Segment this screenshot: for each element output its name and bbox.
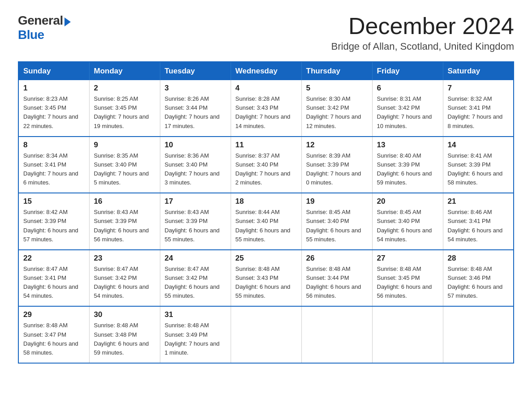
day-info: Sunrise: 8:48 AM Sunset: 3:45 PM Dayligh… <box>377 265 438 301</box>
logo-blue-text: Blue <box>18 28 44 42</box>
day-cell: 26 Sunrise: 8:48 AM Sunset: 3:44 PM Dayl… <box>301 250 372 307</box>
day-number: 23 <box>94 254 155 263</box>
day-info: Sunrise: 8:48 AM Sunset: 3:48 PM Dayligh… <box>94 321 155 357</box>
header-cell-tuesday: Tuesday <box>160 62 231 80</box>
day-number: 3 <box>165 84 226 93</box>
day-number: 6 <box>377 84 438 93</box>
day-cell: 15 Sunrise: 8:42 AM Sunset: 3:39 PM Dayl… <box>18 193 89 250</box>
day-cell: 5 Sunrise: 8:30 AM Sunset: 3:42 PM Dayli… <box>301 80 372 137</box>
header-cell-friday: Friday <box>372 62 443 80</box>
day-number: 30 <box>94 310 155 319</box>
day-info: Sunrise: 8:43 AM Sunset: 3:39 PM Dayligh… <box>94 208 155 244</box>
day-number: 18 <box>236 197 297 206</box>
day-cell: 16 Sunrise: 8:43 AM Sunset: 3:39 PM Dayl… <box>89 193 160 250</box>
day-info: Sunrise: 8:30 AM Sunset: 3:42 PM Dayligh… <box>306 94 368 131</box>
day-info: Sunrise: 8:46 AM Sunset: 3:41 PM Dayligh… <box>448 208 509 244</box>
day-cell: 28 Sunrise: 8:48 AM Sunset: 3:46 PM Dayl… <box>443 250 514 307</box>
header-cell-saturday: Saturday <box>443 62 514 80</box>
day-info: Sunrise: 8:23 AM Sunset: 3:45 PM Dayligh… <box>23 94 85 131</box>
day-number: 27 <box>377 254 438 263</box>
day-number: 31 <box>165 310 226 319</box>
page-title: December 2024 <box>331 13 514 39</box>
day-info: Sunrise: 8:36 AM Sunset: 3:40 PM Dayligh… <box>165 151 226 188</box>
day-cell: 4 Sunrise: 8:28 AM Sunset: 3:43 PM Dayli… <box>231 80 301 137</box>
day-info: Sunrise: 8:39 AM Sunset: 3:39 PM Dayligh… <box>306 151 368 188</box>
week-row-2: 8 Sunrise: 8:34 AM Sunset: 3:41 PM Dayli… <box>18 137 514 193</box>
day-number: 9 <box>94 141 155 150</box>
day-cell: 18 Sunrise: 8:44 AM Sunset: 3:40 PM Dayl… <box>231 193 301 250</box>
day-number: 4 <box>236 84 297 93</box>
day-cell: 2 Sunrise: 8:25 AM Sunset: 3:45 PM Dayli… <box>89 80 160 137</box>
logo-bottom-line: Blue <box>18 28 44 42</box>
day-number: 12 <box>306 141 368 150</box>
day-number: 29 <box>23 310 85 319</box>
day-info: Sunrise: 8:47 AM Sunset: 3:42 PM Dayligh… <box>165 265 226 301</box>
day-info: Sunrise: 8:34 AM Sunset: 3:41 PM Dayligh… <box>23 151 85 188</box>
day-number: 8 <box>23 141 85 150</box>
week-row-3: 15 Sunrise: 8:42 AM Sunset: 3:39 PM Dayl… <box>18 193 514 250</box>
day-info: Sunrise: 8:37 AM Sunset: 3:40 PM Dayligh… <box>236 151 297 188</box>
day-number: 7 <box>448 84 509 93</box>
day-info: Sunrise: 8:43 AM Sunset: 3:39 PM Dayligh… <box>165 208 226 244</box>
day-info: Sunrise: 8:48 AM Sunset: 3:43 PM Dayligh… <box>236 265 297 301</box>
day-cell: 1 Sunrise: 8:23 AM Sunset: 3:45 PM Dayli… <box>18 80 89 137</box>
calendar-table: SundayMondayTuesdayWednesdayThursdayFrid… <box>18 61 514 364</box>
day-info: Sunrise: 8:32 AM Sunset: 3:41 PM Dayligh… <box>448 94 509 131</box>
day-cell: 20 Sunrise: 8:45 AM Sunset: 3:40 PM Dayl… <box>372 193 443 250</box>
day-number: 15 <box>23 197 85 206</box>
day-info: Sunrise: 8:48 AM Sunset: 3:49 PM Dayligh… <box>165 321 226 357</box>
day-number: 19 <box>306 197 368 206</box>
day-number: 22 <box>23 254 85 263</box>
day-cell: 30 Sunrise: 8:48 AM Sunset: 3:48 PM Dayl… <box>89 306 160 363</box>
day-info: Sunrise: 8:28 AM Sunset: 3:43 PM Dayligh… <box>236 94 297 131</box>
logo-arrow-icon <box>64 17 71 26</box>
day-cell: 13 Sunrise: 8:40 AM Sunset: 3:39 PM Dayl… <box>372 137 443 193</box>
day-cell: 31 Sunrise: 8:48 AM Sunset: 3:49 PM Dayl… <box>160 306 231 363</box>
day-info: Sunrise: 8:47 AM Sunset: 3:41 PM Dayligh… <box>23 265 85 301</box>
day-info: Sunrise: 8:48 AM Sunset: 3:44 PM Dayligh… <box>306 265 368 301</box>
day-info: Sunrise: 8:35 AM Sunset: 3:40 PM Dayligh… <box>94 151 155 188</box>
day-number: 13 <box>377 141 438 150</box>
page-header: General Blue December 2024 Bridge of All… <box>18 13 514 52</box>
page-subtitle: Bridge of Allan, Scotland, United Kingdo… <box>331 41 514 52</box>
day-cell: 8 Sunrise: 8:34 AM Sunset: 3:41 PM Dayli… <box>18 137 89 193</box>
title-section: December 2024 Bridge of Allan, Scotland,… <box>331 13 514 52</box>
day-info: Sunrise: 8:42 AM Sunset: 3:39 PM Dayligh… <box>23 208 85 244</box>
day-info: Sunrise: 8:48 AM Sunset: 3:46 PM Dayligh… <box>448 265 509 301</box>
day-cell: 14 Sunrise: 8:41 AM Sunset: 3:39 PM Dayl… <box>443 137 514 193</box>
day-number: 26 <box>306 254 368 263</box>
week-row-4: 22 Sunrise: 8:47 AM Sunset: 3:41 PM Dayl… <box>18 250 514 307</box>
day-cell: 21 Sunrise: 8:46 AM Sunset: 3:41 PM Dayl… <box>443 193 514 250</box>
header-cell-wednesday: Wednesday <box>231 62 301 80</box>
logo-general-text: General <box>18 13 63 27</box>
day-info: Sunrise: 8:25 AM Sunset: 3:45 PM Dayligh… <box>94 94 155 131</box>
day-cell: 27 Sunrise: 8:48 AM Sunset: 3:45 PM Dayl… <box>372 250 443 307</box>
logo: General Blue <box>18 13 71 42</box>
day-cell: 11 Sunrise: 8:37 AM Sunset: 3:40 PM Dayl… <box>231 137 301 193</box>
logo-top-line: General <box>18 13 71 28</box>
day-cell: 17 Sunrise: 8:43 AM Sunset: 3:39 PM Dayl… <box>160 193 231 250</box>
header-row: SundayMondayTuesdayWednesdayThursdayFrid… <box>18 62 514 80</box>
day-info: Sunrise: 8:40 AM Sunset: 3:39 PM Dayligh… <box>377 151 438 188</box>
day-number: 14 <box>448 141 509 150</box>
header-cell-monday: Monday <box>89 62 160 80</box>
day-cell <box>231 306 301 363</box>
calendar-header: SundayMondayTuesdayWednesdayThursdayFrid… <box>18 62 514 80</box>
day-number: 24 <box>165 254 226 263</box>
day-info: Sunrise: 8:45 AM Sunset: 3:40 PM Dayligh… <box>377 208 438 244</box>
day-cell <box>301 306 372 363</box>
header-cell-thursday: Thursday <box>301 62 372 80</box>
day-number: 21 <box>448 197 509 206</box>
week-row-5: 29 Sunrise: 8:48 AM Sunset: 3:47 PM Dayl… <box>18 306 514 363</box>
day-info: Sunrise: 8:44 AM Sunset: 3:40 PM Dayligh… <box>236 208 297 244</box>
day-cell: 19 Sunrise: 8:45 AM Sunset: 3:40 PM Dayl… <box>301 193 372 250</box>
calendar-body: 1 Sunrise: 8:23 AM Sunset: 3:45 PM Dayli… <box>18 80 514 363</box>
day-info: Sunrise: 8:45 AM Sunset: 3:40 PM Dayligh… <box>306 208 368 244</box>
week-row-1: 1 Sunrise: 8:23 AM Sunset: 3:45 PM Dayli… <box>18 80 514 137</box>
day-cell: 9 Sunrise: 8:35 AM Sunset: 3:40 PM Dayli… <box>89 137 160 193</box>
day-cell <box>443 306 514 363</box>
day-cell <box>372 306 443 363</box>
day-info: Sunrise: 8:31 AM Sunset: 3:42 PM Dayligh… <box>377 94 438 131</box>
day-cell: 29 Sunrise: 8:48 AM Sunset: 3:47 PM Dayl… <box>18 306 89 363</box>
day-cell: 23 Sunrise: 8:47 AM Sunset: 3:42 PM Dayl… <box>89 250 160 307</box>
